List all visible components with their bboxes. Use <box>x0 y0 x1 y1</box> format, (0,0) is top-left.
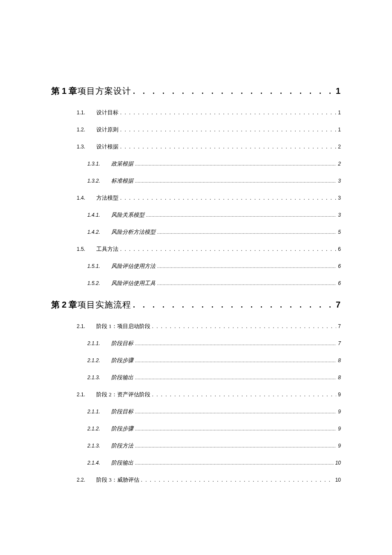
toc-entry-section: 1.3.设计根据. . . . . . . . . . . . . . . . … <box>51 143 341 151</box>
toc-number: 2.1.1. <box>87 409 111 415</box>
toc-title: 标准根据 <box>111 177 133 185</box>
toc-page-number: 5 <box>338 229 341 235</box>
toc-title: 阶段步骤 <box>111 357 133 364</box>
chapter-prefix: 第 <box>51 86 60 96</box>
toc-page-number: 9 <box>338 392 341 398</box>
toc-page-number: 7 <box>338 323 341 329</box>
toc-entry-subsection: 2.1.1.阶段目标..............................… <box>51 340 341 347</box>
toc-page-number: 6 <box>338 263 341 269</box>
toc-number: 2.2. <box>77 477 96 483</box>
toc-leader-dots: . . . . . . . . . . . . . . . . . . . . … <box>120 126 336 133</box>
toc-entry-section: 2.1.阶段 2：资产评估阶段. . . . . . . . . . . . .… <box>51 391 341 398</box>
toc-chapter-heading: 第2章 <box>51 299 78 311</box>
toc-title: 阶段输出 <box>111 459 133 467</box>
toc-title: 阶段步骤 <box>111 425 133 433</box>
toc-number: 2.1.4. <box>87 460 111 466</box>
toc-leader-dots: ........................................… <box>135 409 336 414</box>
toc-number: 2.1. <box>77 323 96 329</box>
toc-page-number: 9 <box>338 409 341 415</box>
toc-title: 风险关系模型 <box>111 211 144 219</box>
toc-entry-subsection: 2.1.1.阶段目标..............................… <box>51 408 341 416</box>
toc-title: 工具方法 <box>96 245 118 253</box>
toc-title: 项目方案设计 <box>78 85 131 97</box>
toc-title: 阶段方法 <box>111 442 133 450</box>
toc-page-number: 2 <box>338 144 341 150</box>
toc-leader-dots: ........................................… <box>135 178 336 183</box>
toc-number: 1.4.2. <box>87 229 111 235</box>
toc-title: 阶段 2：资产评估阶段 <box>96 391 150 398</box>
toc-number: 2.1.2. <box>87 357 111 363</box>
toc-entry-subsection: 2.1.3.阶段方法..............................… <box>51 442 341 450</box>
toc-page-number: 7 <box>336 300 341 310</box>
toc-leader-dots: ........................................… <box>157 264 336 269</box>
toc-title: 阶段输出 <box>111 374 133 381</box>
toc-leader-dots: . . . . . . . . . . . . . . . . . . . . … <box>152 391 337 398</box>
toc-number: 1.3.2. <box>87 178 111 184</box>
toc-title: 项目实施流程 <box>78 299 131 311</box>
toc-number: 1.5.1. <box>87 263 111 269</box>
toc-leader-dots: ........................................… <box>135 443 336 448</box>
toc-page-number: 1 <box>338 110 341 116</box>
toc-leader-dots: ........................................… <box>135 460 334 465</box>
toc-entry-section: 2.2.阶段 3：威胁评估. . . . . . . . . . . . . .… <box>51 476 341 484</box>
toc-title: 方法模型 <box>96 194 118 202</box>
toc-entry-chapter: 第2章项目实施流程. . . . . . . . . . . . . . . .… <box>51 299 341 311</box>
toc-page-number: 6 <box>338 246 341 252</box>
toc-leader-dots: ........................................… <box>135 161 336 166</box>
toc-title: 政策根据 <box>111 160 133 168</box>
toc-page-number: 1 <box>336 86 341 96</box>
toc-page-number: 9 <box>338 443 341 449</box>
chapter-number: 1 <box>62 86 67 96</box>
toc-number: 1.3. <box>77 144 96 150</box>
toc-title: 风险分析方法模型 <box>111 228 156 236</box>
toc-leader-dots: . . . . . . . . . . . . . . . . . . . . … <box>120 109 336 116</box>
chapter-suffix: 章 <box>69 86 78 96</box>
toc-number: 1.1. <box>77 110 96 116</box>
toc-number: 2.1.3. <box>87 375 111 381</box>
toc-leader-dots: ........................................… <box>146 212 336 218</box>
toc-entry-subsection: 2.1.2.阶段步骤..............................… <box>51 425 341 433</box>
toc-entry-section: 1.2.设计原则. . . . . . . . . . . . . . . . … <box>51 126 341 134</box>
toc-page-number: 2 <box>338 161 341 167</box>
toc-number: 1.5.2. <box>87 280 111 286</box>
toc-entry-subsection: 1.4.2.风险分析方法模型..........................… <box>51 228 341 236</box>
toc-page-number: 6 <box>338 280 341 286</box>
toc-leader-dots: . . . . . . . . . . . . . . . . . . . . … <box>133 301 334 310</box>
toc-number: 2.1.2. <box>87 426 111 432</box>
toc-leader-dots: . . . . . . . . . . . . . . . . . . . . … <box>141 477 334 483</box>
toc-leader-dots: ........................................… <box>135 426 336 431</box>
table-of-contents: 第1章项目方案设计. . . . . . . . . . . . . . . .… <box>51 85 341 484</box>
chapter-number: 2 <box>62 300 67 309</box>
toc-title: 设计目标 <box>96 109 118 116</box>
toc-page-number: 8 <box>338 375 341 381</box>
toc-chapter-heading: 第1章 <box>51 85 78 97</box>
toc-entry-subsection: 1.4.1.风险关系模型............................… <box>51 211 341 219</box>
toc-entry-section: 1.1.设计目标. . . . . . . . . . . . . . . . … <box>51 109 341 116</box>
toc-number: 1.5. <box>77 246 96 252</box>
toc-title: 阶段目标 <box>111 340 133 347</box>
toc-entry-subsection: 1.5.2.风险评估使用工具..........................… <box>51 279 341 287</box>
toc-leader-dots: . . . . . . . . . . . . . . . . . . . . … <box>120 143 336 150</box>
toc-number: 1.4.1. <box>87 212 111 218</box>
toc-title: 风险评估使用工具 <box>111 279 156 287</box>
toc-title: 阶段目标 <box>111 408 133 416</box>
toc-number: 2.1. <box>77 392 96 398</box>
toc-title: 设计原则 <box>96 126 118 134</box>
toc-entry-subsection: 2.1.4.阶段输出..............................… <box>51 459 341 467</box>
toc-number: 1.4. <box>77 195 96 201</box>
toc-entry-subsection: 1.3.2.标准根据..............................… <box>51 177 341 185</box>
toc-title: 设计根据 <box>96 143 118 151</box>
toc-number: 2.1.3. <box>87 443 111 449</box>
toc-leader-dots: ........................................… <box>157 281 336 286</box>
toc-entry-subsection: 2.1.3.阶段输出..............................… <box>51 374 341 381</box>
toc-leader-dots: . . . . . . . . . . . . . . . . . . . . … <box>120 195 336 201</box>
chapter-prefix: 第 <box>51 300 60 309</box>
toc-entry-subsection: 1.3.1.政策根据..............................… <box>51 160 341 168</box>
toc-leader-dots: ........................................… <box>157 230 336 235</box>
toc-title: 风险评估使用方法 <box>111 262 156 270</box>
toc-page-number: 7 <box>338 340 341 346</box>
toc-entry-section: 1.5.工具方法. . . . . . . . . . . . . . . . … <box>51 245 341 253</box>
toc-entry-subsection: 1.5.1.风险评估使用方法..........................… <box>51 262 341 270</box>
toc-entry-section: 1.4.方法模型. . . . . . . . . . . . . . . . … <box>51 194 341 202</box>
toc-page-number: 8 <box>338 357 341 363</box>
